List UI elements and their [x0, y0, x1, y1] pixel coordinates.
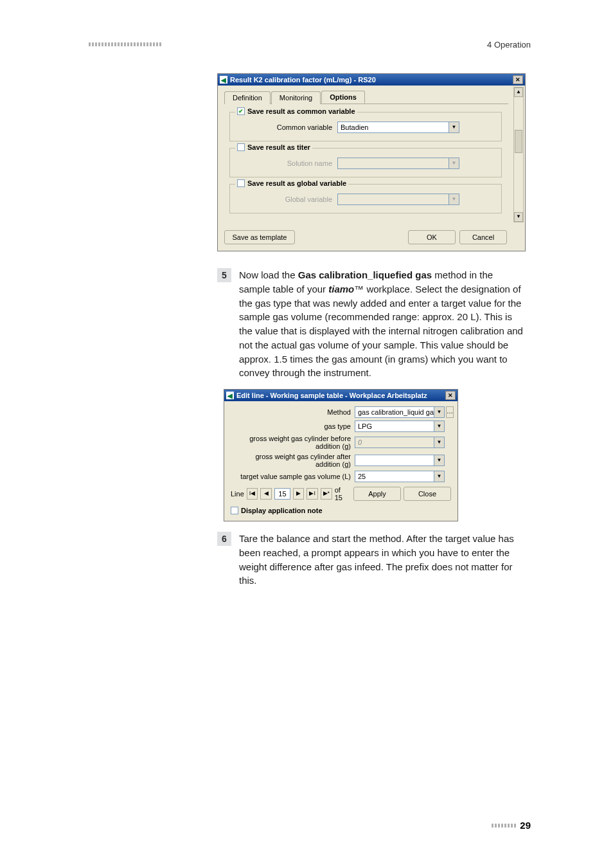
- row-weight-after: gross weight gas cylinder after addition…: [231, 453, 451, 468]
- close-button[interactable]: Close: [404, 487, 451, 501]
- app-icon: ◀: [226, 392, 234, 399]
- dialog-titlebar[interactable]: ◀ Result K2 calibration factor (mL/mg) -…: [218, 74, 525, 86]
- global-variable-combo: ▼: [337, 194, 459, 205]
- checkbox-global-variable[interactable]: [237, 179, 245, 187]
- gas-type-label: gas type: [231, 422, 355, 430]
- method-combo[interactable]: gas calibration_liquid gas ▼: [355, 406, 445, 418]
- page-number: 29: [520, 820, 531, 831]
- apply-button[interactable]: Apply: [353, 487, 401, 501]
- row-method: Method gas calibration_liquid gas ▼ …: [231, 406, 451, 418]
- vertical-scrollbar[interactable]: ▲ ▼: [513, 87, 524, 222]
- tab-monitoring[interactable]: Monitoring: [271, 91, 321, 104]
- chevron-down-icon[interactable]: ▼: [434, 471, 444, 482]
- close-icon[interactable]: ✕: [513, 75, 523, 84]
- dialog-title: Edit line - Working sample table - Workp…: [236, 392, 445, 399]
- app-icon: ◀: [220, 76, 227, 84]
- tab-definition[interactable]: Definition: [224, 91, 271, 104]
- step-6: 6 Tare the balance and start the method.…: [217, 532, 526, 588]
- display-application-note[interactable]: Display application note: [231, 507, 451, 514]
- prev-record-icon[interactable]: ◀: [260, 488, 272, 500]
- current-line-field[interactable]: 15: [274, 488, 290, 500]
- row-weight-before: gross weight gas cylinder before additio…: [231, 435, 451, 450]
- browse-button[interactable]: …: [446, 406, 454, 418]
- row-gas-type: gas type LPG ▼: [231, 420, 451, 432]
- group-legend: Save result as global variable: [247, 179, 346, 187]
- group-save-global-variable: Save result as global variable Global va…: [229, 184, 502, 213]
- step-number: 5: [217, 268, 231, 282]
- dialog-title: Result K2 calibration factor (mL/mg) - R…: [230, 76, 513, 84]
- step-text: Now load the Gas calibration_liquefied g…: [239, 268, 526, 380]
- combo-value: 25: [355, 473, 434, 480]
- close-icon[interactable]: ✕: [445, 391, 456, 400]
- weight-before-label: gross weight gas cylinder before additio…: [231, 435, 355, 450]
- scroll-up-icon[interactable]: ▲: [514, 87, 523, 97]
- page-footer: 29: [492, 820, 531, 831]
- of-total-label: of 15: [335, 486, 348, 502]
- result-k2-dialog: ◀ Result K2 calibration factor (mL/mg) -…: [217, 73, 526, 251]
- header-decoration: [89, 42, 161, 46]
- chevron-down-icon[interactable]: ▼: [434, 421, 444, 431]
- step-number: 6: [217, 532, 231, 546]
- step-5: 5 Now load the Gas calibration_liquefied…: [217, 268, 526, 380]
- new-record-icon[interactable]: ▶*: [321, 488, 332, 500]
- save-as-template-button[interactable]: Save as template: [224, 230, 295, 244]
- gas-type-combo[interactable]: LPG ▼: [355, 420, 445, 432]
- cancel-button[interactable]: Cancel: [459, 230, 507, 244]
- common-variable-combo[interactable]: Butadien ▼: [337, 122, 459, 133]
- chevron-down-icon: ▼: [434, 437, 444, 448]
- step-text: Tare the balance and start the method. A…: [239, 532, 526, 588]
- weight-before-field: 0 ▼: [355, 437, 445, 448]
- checkbox-common-variable[interactable]: ✔: [237, 107, 245, 115]
- row-target-volume: target value sample gas volume (L) 25 ▼: [231, 471, 451, 482]
- checkbox-titer[interactable]: [237, 143, 245, 151]
- scroll-down-icon[interactable]: ▼: [514, 212, 523, 222]
- first-record-icon[interactable]: I◀: [247, 488, 258, 500]
- solution-name-combo: ▼: [337, 158, 459, 169]
- target-volume-field[interactable]: 25 ▼: [355, 471, 445, 482]
- edit-line-dialog: ◀ Edit line - Working sample table - Wor…: [224, 389, 458, 521]
- next-record-icon[interactable]: ▶: [293, 488, 305, 500]
- combo-value: LPG: [355, 422, 434, 430]
- method-label: Method: [231, 408, 355, 416]
- app-note-label: Display application note: [241, 507, 323, 514]
- weight-after-label: gross weight gas cylinder after addition…: [231, 453, 355, 468]
- target-volume-label: target value sample gas volume (L): [231, 473, 355, 480]
- common-variable-label: Common variable: [238, 123, 337, 131]
- combo-value: Butadien: [338, 123, 449, 131]
- line-navigation: Line I◀ ◀ 15 ▶ ▶I ▶* of 15 Apply Close: [231, 486, 451, 502]
- solution-name-label: Solution name: [238, 159, 337, 167]
- group-save-common-variable: ✔ Save result as common variable Common …: [229, 112, 502, 141]
- last-record-icon[interactable]: ▶I: [306, 488, 318, 500]
- combo-value: gas calibration_liquid gas: [355, 408, 434, 416]
- group-legend: Save result as titer: [247, 143, 310, 151]
- ok-button[interactable]: OK: [408, 230, 456, 244]
- weight-after-field[interactable]: ▼: [355, 455, 445, 466]
- footer-decoration: [492, 824, 516, 827]
- scroll-thumb[interactable]: [515, 130, 522, 153]
- tab-options[interactable]: Options: [321, 91, 365, 104]
- page-section-title: 4 Operation: [487, 40, 531, 50]
- chevron-down-icon[interactable]: ▼: [449, 122, 459, 132]
- group-save-titer: Save result as titer Solution name ▼: [229, 148, 502, 177]
- chevron-down-icon: ▼: [449, 194, 459, 204]
- group-legend: Save result as common variable: [247, 107, 355, 115]
- chevron-down-icon[interactable]: ▼: [434, 407, 444, 417]
- line-label: Line: [231, 490, 244, 498]
- checkbox-app-note[interactable]: [231, 507, 238, 514]
- global-variable-label: Global variable: [238, 195, 337, 203]
- tab-bar: Definition Monitoring Options: [224, 91, 508, 104]
- chevron-down-icon[interactable]: ▼: [434, 455, 444, 466]
- dialog-titlebar[interactable]: ◀ Edit line - Working sample table - Wor…: [224, 390, 458, 401]
- combo-value: 0: [355, 439, 434, 446]
- chevron-down-icon: ▼: [449, 158, 459, 168]
